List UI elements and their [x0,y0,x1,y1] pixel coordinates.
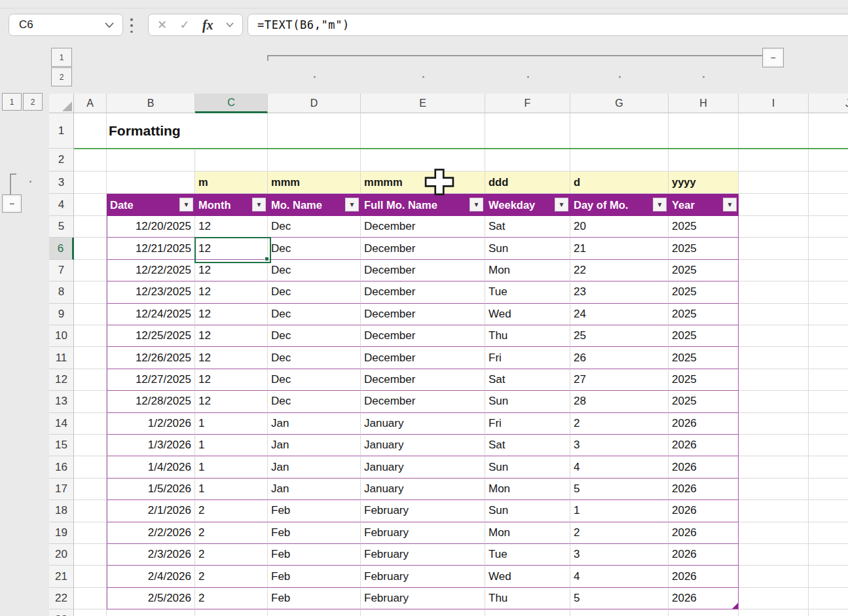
row-header-3[interactable]: 3 [49,172,74,194]
cell-B2[interactable] [107,149,195,172]
column-header-D[interactable]: D [268,94,361,113]
filter-button-year[interactable]: ▼ [723,198,737,211]
cell-J8[interactable] [809,281,848,303]
row-header-4[interactable]: 4 [49,194,74,216]
cell-I10[interactable] [739,325,809,347]
cell-E6[interactable]: December [361,238,485,259]
row-header-21[interactable]: 21 [49,566,74,587]
cell-A14[interactable] [74,413,107,435]
cell-F12[interactable]: Sat [485,369,570,391]
cell-C16[interactable]: 1 [195,456,268,478]
cell-D1[interactable] [268,113,361,149]
cell-G1[interactable] [570,113,669,149]
filter-button-day-of-mo[interactable]: ▼ [653,198,667,211]
cell-F4[interactable]: Weekday▼ [485,194,570,216]
cell-D17[interactable]: Jan [268,479,361,500]
select-all-corner[interactable] [49,94,74,113]
cell-C2[interactable] [195,149,268,172]
filter-button-full-mo-name[interactable]: ▼ [470,198,483,211]
cell-B17[interactable]: 1/5/2026 [107,479,195,500]
cell-H14[interactable]: 2026 [669,413,739,435]
cell-D10[interactable]: Dec [268,325,361,347]
cell-B1[interactable]: Formatting [107,113,195,149]
cell-C14[interactable]: 1 [195,413,268,435]
cell-I19[interactable] [739,522,809,544]
cell-J14[interactable] [809,413,848,435]
cell-I14[interactable] [739,413,809,435]
cell-B19[interactable]: 2/2/2026 [107,522,195,544]
cell-E22[interactable]: February [361,588,485,609]
cell-D22[interactable]: Feb [268,588,361,609]
cell-F16[interactable]: Sun [485,456,570,478]
row-header-23[interactable]: 23 [49,609,74,616]
cell-B9[interactable]: 12/24/2025 [107,304,195,325]
cell-E23[interactable] [361,609,485,616]
cell-J3[interactable] [809,172,848,194]
cell-F18[interactable]: Sun [485,500,570,522]
cell-H7[interactable]: 2025 [669,260,739,281]
cell-D5[interactable]: Dec [268,216,361,238]
cell-D4[interactable]: Mo. Name▼ [268,194,361,216]
cell-C8[interactable]: 12 [195,281,268,303]
cell-H18[interactable]: 2026 [669,500,739,522]
cell-E15[interactable]: January [361,435,485,456]
cell-I1[interactable] [739,113,809,149]
cell-I22[interactable] [739,588,809,609]
cell-G12[interactable]: 27 [570,369,669,391]
cell-H20[interactable]: 2026 [669,544,739,566]
cell-I8[interactable] [739,281,809,303]
cell-B14[interactable]: 1/2/2026 [107,413,195,435]
cell-A8[interactable] [74,281,107,303]
cell-E21[interactable]: February [361,566,485,587]
cell-F19[interactable]: Mon [485,522,570,544]
cell-H5[interactable]: 2025 [669,216,739,238]
cell-C13[interactable]: 12 [195,391,268,412]
cell-I15[interactable] [739,435,809,456]
cell-H8[interactable]: 2025 [669,281,739,303]
cell-G10[interactable]: 25 [570,325,669,347]
row-header-6[interactable]: 6 [49,238,74,259]
cell-C12[interactable]: 12 [195,369,268,391]
cell-G3[interactable]: d [570,172,669,194]
cell-C1[interactable] [195,113,268,149]
cell-G20[interactable]: 3 [570,544,669,566]
cell-C11[interactable]: 12 [195,347,268,369]
cell-H16[interactable]: 2026 [669,456,739,478]
cell-H19[interactable]: 2026 [669,522,739,544]
row-header-16[interactable]: 16 [49,456,74,478]
cell-J2[interactable] [809,149,848,172]
cell-G2[interactable] [570,149,669,172]
cell-E1[interactable] [361,113,485,149]
cell-B8[interactable]: 12/23/2025 [107,281,195,303]
cell-C3[interactable]: m [195,172,268,194]
cell-J20[interactable] [809,544,848,566]
fill-handle[interactable] [265,257,269,261]
cell-C10[interactable]: 12 [195,325,268,347]
row-header-17[interactable]: 17 [49,479,74,500]
cell-C9[interactable]: 12 [195,304,268,325]
cell-F10[interactable]: Thu [485,325,570,347]
row-header-7[interactable]: 7 [49,260,74,281]
row-header-8[interactable]: 8 [49,281,74,303]
cell-B23[interactable] [107,609,195,616]
cell-D14[interactable]: Jan [268,413,361,435]
cell-F7[interactable]: Mon [485,260,570,281]
cell-G9[interactable]: 24 [570,304,669,325]
cell-A21[interactable] [74,566,107,587]
cell-H1[interactable] [669,113,739,149]
cell-E14[interactable]: January [361,413,485,435]
cell-D3[interactable]: mmm [268,172,361,194]
cell-H15[interactable]: 2026 [669,435,739,456]
cell-J5[interactable] [809,216,848,238]
cell-G7[interactable]: 22 [570,260,669,281]
cell-C4[interactable]: Month▼ [195,194,268,216]
cell-H22[interactable]: 2026 [669,588,739,609]
cell-I3[interactable] [739,172,809,194]
cell-A9[interactable] [74,304,107,325]
cell-D6[interactable]: Dec [268,238,361,259]
cell-B7[interactable]: 12/22/2025 [107,260,195,281]
filter-button-mo-name[interactable]: ▼ [345,198,359,211]
cell-J16[interactable] [809,456,848,478]
cell-I12[interactable] [739,369,809,391]
cell-D16[interactable]: Jan [268,456,361,478]
